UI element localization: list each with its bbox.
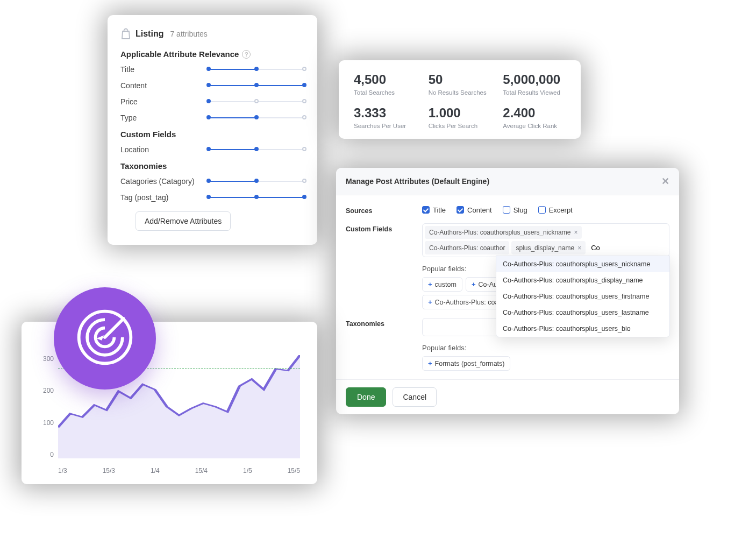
attr-name: Type <box>120 114 206 122</box>
y-tick: 100 <box>38 419 54 427</box>
taxonomies-label: Taxonomies <box>346 318 416 371</box>
chip-label: Co-Authors-Plus: coauthor <box>429 244 505 252</box>
stat-value: 4,500 <box>354 72 417 87</box>
y-tick: 300 <box>38 355 54 363</box>
stat-label: Total Results Viewed <box>503 89 566 96</box>
sources-row: Sources Title Content Slug Excerpt <box>346 205 669 215</box>
done-button[interactable]: Done <box>346 387 386 407</box>
close-icon[interactable]: ✕ <box>661 175 669 187</box>
chip-label: Co-Authors-Plus: coauthorsplus_users_nic… <box>429 229 570 236</box>
stat-label: Searches Per User <box>354 123 417 129</box>
dialog-title: Manage Post Attributes (Default Engine) <box>346 177 489 186</box>
relevance-slider[interactable] <box>209 195 304 200</box>
attr-name: Content <box>120 81 206 90</box>
chip-remove-icon[interactable]: × <box>577 244 581 252</box>
relevance-slider[interactable] <box>209 67 304 72</box>
stat-total-searches: 4,500 Total Searches <box>354 72 417 96</box>
attr-name: Price <box>120 97 206 106</box>
chip: Co-Authors-Plus: coauthorsplus_users_nic… <box>425 226 582 239</box>
help-icon[interactable]: ? <box>242 50 251 59</box>
checkbox-label: Content <box>467 206 492 214</box>
section-relevance: Applicable Attribute Relevance ? <box>120 49 304 59</box>
stat-label: Average Click Rank <box>503 123 566 129</box>
attr-row-categories: Catagories (Catagory) <box>120 177 304 186</box>
stat-label: Total Searches <box>354 89 417 96</box>
relevance-slider[interactable] <box>209 83 304 88</box>
add-field-pill[interactable]: +Formats (post_formats) <box>422 356 510 371</box>
popular-fields-label: Popular fields: <box>422 344 669 352</box>
dropdown-item[interactable]: Co-Authors-Plus: coauthorsplus_users_bio <box>496 321 669 337</box>
custom-fields-text-input[interactable] <box>588 241 667 254</box>
attr-row-tag: Tag (post_tag) <box>120 193 304 202</box>
relevance-slider[interactable] <box>209 179 304 183</box>
add-remove-attributes-button[interactable]: Add/Remove Attributes <box>135 211 231 231</box>
relevance-slider[interactable] <box>209 116 304 120</box>
custom-fields-label: Custom Fields <box>346 223 416 309</box>
attr-row-type: Type <box>120 114 304 122</box>
stat-value: 2.400 <box>503 105 566 121</box>
listing-title: Listing <box>135 29 163 39</box>
stat-value: 50 <box>429 72 491 87</box>
listing-subtitle: 7 attributes <box>170 30 207 38</box>
chip-label: splus_display_name <box>516 244 574 252</box>
stats-card: 4,500 Total Searches 50 No Results Searc… <box>339 60 581 139</box>
section-relevance-label: Applicable Attribute Relevance <box>120 49 239 59</box>
checkbox-label: Title <box>433 206 446 214</box>
stat-label: Clicks Per Search <box>429 123 491 129</box>
dropdown-item[interactable]: Co-Authors-Plus: coauthorsplus_users_fir… <box>496 288 669 305</box>
relevance-slider[interactable] <box>209 147 304 152</box>
plus-icon: + <box>428 359 432 367</box>
x-tick: 1/3 <box>58 467 67 475</box>
cancel-button[interactable]: Cancel <box>393 387 437 407</box>
section-taxonomies: Taxonomies <box>120 161 304 171</box>
x-axis-ticks: 1/3 15/3 1/4 15/4 1/5 15/5 <box>58 467 300 475</box>
x-tick: 15/5 <box>288 467 300 475</box>
chip-remove-icon[interactable]: × <box>574 229 577 236</box>
svg-line-1 <box>105 318 124 337</box>
custom-fields-row: Custom Fields Co-Authors-Plus: coauthors… <box>346 223 669 309</box>
x-tick: 1/5 <box>243 467 252 475</box>
pill-label: Formats (post_formats) <box>435 360 505 367</box>
y-axis-ticks: 300 200 100 0 <box>38 355 54 458</box>
dropdown-item[interactable]: Co-Authors-Plus: coauthorsplus_display_n… <box>496 272 669 288</box>
attr-name: Tag (post_tag) <box>120 193 206 202</box>
plus-icon: + <box>428 280 432 288</box>
stat-value: 3.333 <box>354 105 417 121</box>
checkbox-excerpt[interactable]: Excerpt <box>538 206 573 214</box>
attr-row-price: Price <box>120 97 304 106</box>
attr-name: Location <box>120 145 206 154</box>
plus-icon: + <box>428 298 432 306</box>
x-tick: 1/4 <box>151 467 160 475</box>
checkbox-content[interactable]: Content <box>457 206 492 214</box>
checkbox-label: Slug <box>513 206 527 214</box>
section-custom: Custom Fields <box>120 130 304 139</box>
add-field-pill[interactable]: +custom <box>422 277 462 292</box>
attr-name: Title <box>120 65 206 74</box>
target-badge <box>54 287 156 390</box>
shopping-bag-icon <box>120 28 131 40</box>
chip: Co-Authors-Plus: coauthor <box>425 241 509 254</box>
target-icon <box>74 306 136 371</box>
attr-row-content: Content <box>120 81 304 90</box>
stat-value: 5,000,000 <box>503 72 566 87</box>
manage-attributes-dialog: Manage Post Attributes (Default Engine) … <box>336 168 679 414</box>
listing-header: Listing 7 attributes <box>120 28 304 40</box>
attr-row-title: Title <box>120 65 304 74</box>
custom-fields-content: Co-Authors-Plus: coauthorsplus_users_nic… <box>422 223 669 309</box>
relevance-slider[interactable] <box>209 100 304 104</box>
stat-avg-click-rank: 2.400 Average Click Rank <box>503 105 566 129</box>
listing-card: Listing 7 attributes Applicable Attribut… <box>108 15 317 245</box>
y-tick: 0 <box>38 451 54 458</box>
autocomplete-dropdown: Co-Authors-Plus: coauthorsplus_users_nic… <box>496 256 670 337</box>
popular-taxonomies: +Formats (post_formats) <box>422 356 669 371</box>
checkbox-title[interactable]: Title <box>422 206 446 214</box>
sources-checkboxes: Title Content Slug Excerpt <box>422 205 669 215</box>
dropdown-item[interactable]: Co-Authors-Plus: coauthorsplus_users_nic… <box>496 256 669 272</box>
dropdown-item[interactable]: Co-Authors-Plus: coauthorsplus_users_las… <box>496 305 669 321</box>
custom-fields-input[interactable]: Co-Authors-Plus: coauthorsplus_users_nic… <box>422 223 669 257</box>
dialog-header: Manage Post Attributes (Default Engine) … <box>336 168 679 195</box>
stat-no-results: 50 No Results Searches <box>429 72 491 96</box>
stat-clicks-per-search: 1.000 Clicks Per Search <box>429 105 491 129</box>
stat-label: No Results Searches <box>429 89 491 96</box>
checkbox-slug[interactable]: Slug <box>503 206 527 214</box>
